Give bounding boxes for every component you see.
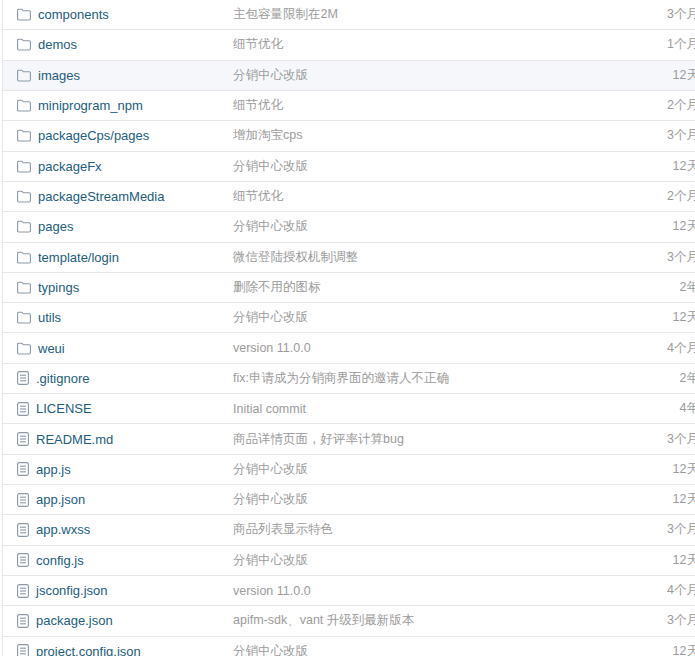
file-name-link[interactable]: jsconfig.json [36,583,108,598]
commit-message-link[interactable]: 微信登陆授权机制调整 [233,249,358,266]
file-name-link[interactable]: typings [38,280,79,295]
file-name-link[interactable]: template/login [38,250,119,265]
commit-message-link[interactable]: 分销中心改版 [233,67,308,84]
last-commit-date: 2年 [680,370,695,387]
file-name-link[interactable]: project.config.json [36,644,141,656]
last-commit-date: 3个月 [667,127,695,144]
last-commit-date: 4个月 [667,582,695,599]
last-commit-date: 2个月 [667,97,695,114]
commit-message-link[interactable]: apifm-sdk、vant 升级到最新版本 [233,612,414,629]
file-row[interactable]: package.json apifm-sdk、vant 升级到最新版本 3个月 [3,606,695,636]
last-commit-date: 3个月 [667,612,695,629]
file-row[interactable]: components 主包容量限制在2M 3个月 [3,0,695,30]
file-row[interactable]: weui version 11.0.0 4个月 [3,333,695,363]
last-commit-date: 12天 [673,218,695,235]
folder-icon [17,281,31,294]
last-commit-date: 3个月 [667,431,695,448]
folder-icon [17,190,31,203]
commit-message-link[interactable]: 分销中心改版 [233,643,308,656]
commit-message-link[interactable]: 细节优化 [233,36,283,53]
commit-message-link[interactable]: 增加淘宝cps [233,127,302,144]
file-icon [17,371,29,385]
file-icon [17,462,29,476]
last-commit-date: 3个月 [667,6,695,23]
commit-message-link[interactable]: version 11.0.0 [233,584,311,598]
last-commit-date: 12天 [673,461,695,478]
file-row[interactable]: pages 分销中心改版 12天 [3,212,695,242]
file-row[interactable]: LICENSE Initial commit 4年 [3,394,695,424]
file-icon [17,584,29,598]
commit-message-link[interactable]: 分销中心改版 [233,158,308,175]
repo-file-table: components 主包容量限制在2M 3个月 demos 细节优化 1个月 … [2,0,695,656]
file-row[interactable]: demos 细节优化 1个月 [3,30,695,60]
file-name-link[interactable]: app.js [36,462,71,477]
file-name-link[interactable]: README.md [36,432,113,447]
file-name-link[interactable]: app.wxss [36,522,90,537]
file-icon [17,493,29,507]
file-icon [17,402,29,416]
folder-icon [17,69,31,82]
last-commit-date: 12天 [673,67,695,84]
commit-message-link[interactable]: 分销中心改版 [233,461,308,478]
file-name-link[interactable]: weui [38,341,65,356]
file-name-link[interactable]: packageCps/pages [38,128,149,143]
file-name-link[interactable]: .gitignore [36,371,89,386]
file-name-link[interactable]: components [38,7,109,22]
file-name-link[interactable]: package.json [36,613,113,628]
file-row[interactable]: packageFx 分销中心改版 12天 [3,152,695,182]
folder-icon [17,38,31,51]
file-name-link[interactable]: LICENSE [36,401,92,416]
commit-message-link[interactable]: 细节优化 [233,97,283,114]
file-row[interactable]: project.config.json 分销中心改版 12天 [3,637,695,656]
commit-message-link[interactable]: 商品列表显示特色 [233,521,333,538]
folder-icon [17,129,31,142]
last-commit-date: 12天 [673,643,695,656]
folder-icon [17,220,31,233]
file-name-link[interactable]: images [38,68,80,83]
commit-message-link[interactable]: 商品详情页面，好评率计算bug [233,431,404,448]
file-row[interactable]: packageCps/pages 增加淘宝cps 3个月 [3,121,695,151]
file-name-link[interactable]: app.json [36,492,85,507]
file-row[interactable]: images 分销中心改版 12天 [3,61,695,91]
file-row[interactable]: template/login 微信登陆授权机制调整 3个月 [3,243,695,273]
last-commit-date: 2个月 [667,188,695,205]
last-commit-date: 3个月 [667,249,695,266]
file-row[interactable]: app.js 分销中心改版 12天 [3,455,695,485]
file-row[interactable]: jsconfig.json version 11.0.0 4个月 [3,576,695,606]
file-name-link[interactable]: packageFx [38,159,102,174]
commit-message-link[interactable]: version 11.0.0 [233,341,311,355]
commit-message-link[interactable]: 分销中心改版 [233,552,308,569]
last-commit-date: 3个月 [667,521,695,538]
last-commit-date: 1个月 [667,36,695,53]
folder-icon [17,251,31,264]
commit-message-link[interactable]: 分销中心改版 [233,491,308,508]
file-name-link[interactable]: pages [38,219,73,234]
last-commit-date: 2年 [680,279,695,296]
file-row[interactable]: README.md 商品详情页面，好评率计算bug 3个月 [3,424,695,454]
file-name-link[interactable]: utils [38,310,61,325]
commit-message-link[interactable]: Initial commit [233,402,306,416]
file-name-link[interactable]: packageStreamMedia [38,189,164,204]
file-row[interactable]: app.json 分销中心改版 12天 [3,485,695,515]
file-row[interactable]: .gitignore fix:申请成为分销商界面的邀请人不正确 2年 [3,364,695,394]
last-commit-date: 12天 [673,309,695,326]
commit-message-link[interactable]: fix:申请成为分销商界面的邀请人不正确 [233,370,449,387]
commit-message-link[interactable]: 删除不用的图标 [233,279,321,296]
file-row[interactable]: utils 分销中心改版 12天 [3,303,695,333]
file-name-link[interactable]: miniprogram_npm [38,98,143,113]
commit-message-link[interactable]: 分销中心改版 [233,218,308,235]
file-row[interactable]: app.wxss 商品列表显示特色 3个月 [3,515,695,545]
file-icon [17,644,29,656]
commit-message-link[interactable]: 细节优化 [233,188,283,205]
commit-message-link[interactable]: 分销中心改版 [233,309,308,326]
file-name-link[interactable]: demos [38,37,77,52]
file-icon [17,523,29,537]
file-row[interactable]: config.js 分销中心改版 12天 [3,546,695,576]
last-commit-date: 4个月 [667,340,695,357]
commit-message-link[interactable]: 主包容量限制在2M [233,6,338,23]
file-name-link[interactable]: config.js [36,553,84,568]
file-row[interactable]: typings 删除不用的图标 2年 [3,273,695,303]
last-commit-date: 12天 [673,158,695,175]
file-row[interactable]: packageStreamMedia 细节优化 2个月 [3,182,695,212]
file-row[interactable]: miniprogram_npm 细节优化 2个月 [3,91,695,121]
